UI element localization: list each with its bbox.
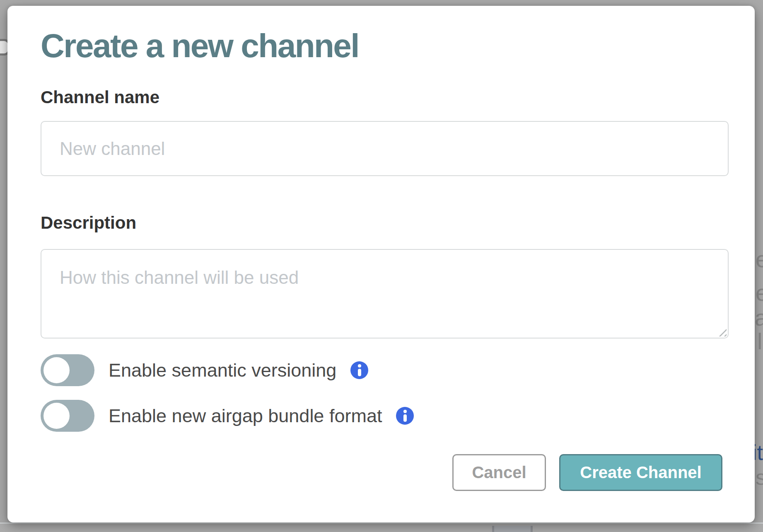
channel-name-label: Channel name [41,89,159,106]
background-divider [492,526,494,532]
toggle-knob [43,357,70,383]
info-icon[interactable] [350,361,368,379]
description-textarea[interactable] [41,249,729,339]
info-icon[interactable] [396,407,414,425]
semantic-versioning-label: Enable semantic versioning [109,361,336,380]
toggle-knob [43,403,70,429]
semantic-versioning-row: Enable semantic versioning [41,354,368,386]
info-icon-stem [403,414,407,422]
background-text-fragment: a [755,306,763,329]
description-field-wrap [41,249,729,339]
background-page-strip [0,522,763,532]
info-icon-stem [358,369,361,376]
background-text-fragment: l [757,330,762,353]
create-channel-button[interactable]: Create Channel [559,454,722,491]
airgap-bundle-label: Enable new airgap bundle format [109,406,382,425]
background-text-fragment: s [756,467,763,488]
channel-name-input[interactable] [41,121,729,176]
background-divider [531,526,533,532]
background-text-fragment: e [756,281,763,305]
airgap-bundle-row: Enable new airgap bundle format [41,400,414,432]
create-channel-dialog: Create a new channel Channel name Descri… [7,6,755,522]
airgap-bundle-toggle[interactable] [41,400,94,432]
dialog-title: Create a new channel [41,29,359,63]
info-icon-dot [358,364,361,368]
background-cell [494,526,531,532]
description-label: Description [41,214,136,232]
background-text-fragment: e [756,248,763,271]
semantic-versioning-toggle[interactable] [41,354,94,386]
cancel-button[interactable]: Cancel [452,454,546,491]
info-icon-dot [403,410,407,413]
